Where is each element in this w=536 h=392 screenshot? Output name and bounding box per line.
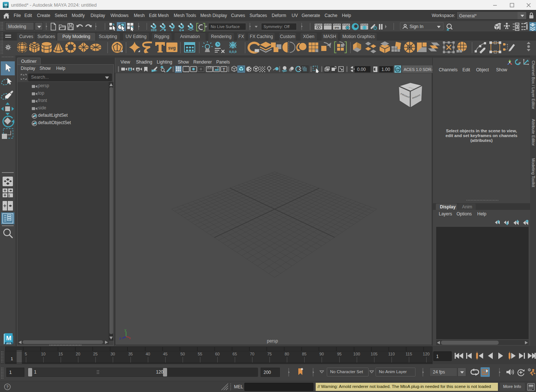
svg-text:M: M bbox=[6, 335, 11, 342]
svg-text:0,0,0: 0,0,0 bbox=[229, 50, 237, 54]
svg-text:persp: persp bbox=[267, 338, 278, 344]
svg-text:AYA: AYA bbox=[6, 342, 11, 345]
svg-text:x: x bbox=[129, 336, 131, 340]
svg-text:80: 80 bbox=[285, 352, 289, 356]
svg-text:120: 120 bbox=[423, 352, 430, 356]
svg-text:IPR: IPR bbox=[335, 26, 339, 30]
svg-text:y: y bbox=[125, 328, 126, 332]
svg-text:M: M bbox=[4, 3, 7, 7]
svg-text:50: 50 bbox=[180, 352, 185, 356]
svg-text:ON: ON bbox=[396, 68, 400, 71]
svg-text:60: 60 bbox=[215, 352, 220, 356]
svg-text:0.00: 0.00 bbox=[357, 67, 366, 72]
svg-text:35: 35 bbox=[128, 352, 133, 356]
svg-text:45: 45 bbox=[163, 352, 167, 356]
svg-text:AYA: AYA bbox=[4, 6, 7, 8]
svg-text:30: 30 bbox=[111, 352, 115, 356]
svg-text:95: 95 bbox=[337, 352, 342, 356]
svg-text:115: 115 bbox=[406, 352, 412, 356]
svg-text:55: 55 bbox=[198, 352, 202, 356]
svg-text:90: 90 bbox=[319, 352, 324, 356]
svg-text:20: 20 bbox=[76, 352, 80, 356]
svg-text:100: 100 bbox=[353, 352, 360, 356]
svg-text:5: 5 bbox=[25, 352, 27, 356]
svg-text:1.00: 1.00 bbox=[381, 67, 390, 72]
svg-text:10: 10 bbox=[41, 352, 45, 356]
svg-text:T: T bbox=[223, 67, 225, 72]
svg-text:110: 110 bbox=[388, 352, 395, 356]
svg-text:85: 85 bbox=[302, 352, 306, 356]
svg-text:svg: svg bbox=[168, 45, 176, 51]
svg-text:65: 65 bbox=[233, 352, 237, 356]
svg-text:15: 15 bbox=[58, 352, 63, 356]
svg-text:z: z bbox=[119, 337, 121, 340]
svg-text:105: 105 bbox=[371, 352, 377, 356]
svg-text:ACES 1.0 SDR-v: ACES 1.0 SDR-v bbox=[404, 67, 432, 72]
svg-text:75: 75 bbox=[267, 352, 272, 356]
svg-text:25: 25 bbox=[93, 352, 98, 356]
svg-text:70: 70 bbox=[250, 352, 254, 356]
svg-text:40: 40 bbox=[146, 352, 150, 356]
svg-text:?: ? bbox=[6, 385, 9, 389]
